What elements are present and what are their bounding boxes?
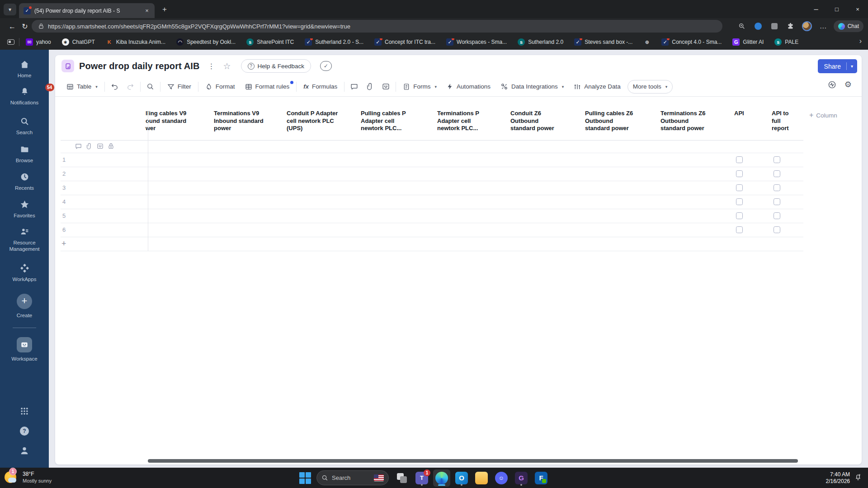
address-bar[interactable]: https://app.smartsheet.com/sheets/qFR2pG… <box>32 20 722 33</box>
automations-button[interactable]: Automations <box>442 80 495 94</box>
column-header[interactable]: Pulling cables PAdapter cellnewtork PLC.… <box>356 110 433 132</box>
help-icon[interactable]: ? <box>0 427 49 436</box>
chat-button[interactable]: Chat <box>834 20 863 32</box>
family-app-button[interactable]: F <box>533 469 550 487</box>
bookmark-item[interactable]: sSutherland 2.0 <box>518 38 563 46</box>
row-number[interactable]: 1 <box>62 153 76 167</box>
row-number[interactable]: 3 <box>62 181 76 195</box>
bookmark-item[interactable]: KKiba Inuzuka Anim... <box>106 38 165 46</box>
extensions-puzzle-icon[interactable] <box>785 20 797 32</box>
extension-blue-icon[interactable] <box>752 20 764 32</box>
api-full-report-checkbox[interactable] <box>774 212 780 219</box>
share-button[interactable]: Share ▾ <box>818 59 857 73</box>
sidebar-item-resource-management[interactable]: Resource Management <box>0 227 49 252</box>
add-row-button[interactable]: + <box>61 237 66 251</box>
browser-menu-icon[interactable]: … <box>817 20 829 32</box>
attachment-column-icon[interactable] <box>86 143 93 150</box>
zoom-icon[interactable] <box>736 20 748 32</box>
formulas-button[interactable]: fx Formulas <box>298 80 342 94</box>
api-full-report-checkbox[interactable] <box>774 226 780 233</box>
format-button[interactable]: Format <box>200 80 240 94</box>
column-header[interactable]: Conduit P Adaptercell newtork PLC(UPS) <box>282 110 356 132</box>
window-minimize-button[interactable]: ─ <box>806 0 826 18</box>
sidebar-item-create[interactable]: +Create <box>0 294 49 319</box>
bookmark-item[interactable]: ∗ChatGPT <box>62 38 95 46</box>
refresh-button[interactable]: ↻ <box>20 22 30 32</box>
sidebar-item-notifications[interactable]: 54Notifications <box>0 87 49 106</box>
edge-button[interactable] <box>433 469 450 487</box>
proofs-button[interactable] <box>378 80 394 94</box>
discord-button[interactable]: ☺ <box>493 469 510 487</box>
search-button[interactable] <box>142 80 158 94</box>
file-explorer-button[interactable] <box>473 469 490 487</box>
bookmark-item[interactable]: ✓Concept 4.0 - Sma... <box>661 38 722 46</box>
bookmark-item[interactable]: ✓Workspaces - Sma... <box>446 38 507 46</box>
comment-column-icon[interactable] <box>75 143 82 150</box>
horizontal-scrollbar[interactable] <box>148 459 798 463</box>
sidebar-item-browse[interactable]: Browse <box>0 145 49 164</box>
app-launcher-icon[interactable] <box>0 407 49 416</box>
bookmark-item[interactable]: sSharePoint ITC <box>246 38 294 46</box>
row-number[interactable]: 4 <box>62 195 76 209</box>
api-checkbox[interactable] <box>736 198 743 205</box>
tab-search-button[interactable]: ▾ <box>4 4 16 15</box>
row-number[interactable]: 5 <box>62 209 76 223</box>
more-tools-button[interactable]: More tools▾ <box>627 80 673 94</box>
bookmark-item[interactable]: ✓Concept for ITC tra... <box>374 38 435 46</box>
sidebar-item-home[interactable]: Home <box>0 60 49 79</box>
sheet-options-kebab-icon[interactable]: ⋮ <box>208 62 215 70</box>
activity-log-icon[interactable] <box>828 80 836 89</box>
bookmark-item[interactable]: ⊕ <box>643 38 651 46</box>
sidebar-item-workspace[interactable]: Workspace <box>0 337 49 362</box>
redo-button[interactable] <box>123 80 138 94</box>
column-header[interactable]: lling cables V9ound standardwer <box>143 110 209 132</box>
new-tab-button[interactable]: + <box>159 5 170 14</box>
favorite-star-icon[interactable]: ☆ <box>223 61 231 71</box>
bookmark-item[interactable]: ✓Sutherland 2.0 - S... <box>305 38 363 46</box>
glitter-app-button[interactable]: G <box>513 469 530 487</box>
view-selector-button[interactable]: Table▾ <box>61 80 103 94</box>
api-full-report-checkbox[interactable] <box>774 156 780 163</box>
api-full-report-checkbox[interactable] <box>774 170 780 177</box>
notification-bell-icon[interactable] <box>854 474 862 482</box>
browser-tab[interactable]: ✓ (54) Power drop daily report AIB - S × <box>19 3 155 18</box>
account-icon[interactable] <box>0 446 49 455</box>
column-header[interactable]: Terminations PAdapter cellnewtork PLC... <box>433 110 506 132</box>
teams-button[interactable]: T 1 <box>413 469 430 487</box>
sidebar-item-favorites[interactable]: Favorites <box>0 200 49 219</box>
row-number[interactable]: 6 <box>62 223 76 237</box>
sidebar-item-recents[interactable]: Recents <box>0 172 49 191</box>
column-header[interactable]: Conduit Z6Outboundstandard power <box>506 110 580 132</box>
lock-column-icon[interactable] <box>108 143 114 150</box>
sidebar-item-workapps[interactable]: WorkApps <box>0 263 49 282</box>
taskbar-clock[interactable]: 7:40 AM 2/16/2026 <box>826 471 850 485</box>
data-integrations-button[interactable]: Data Integrations▾ <box>495 80 569 94</box>
row-number[interactable]: 2 <box>62 167 76 181</box>
api-full-report-checkbox[interactable] <box>774 198 780 205</box>
bookmarks-panel-icon[interactable] <box>7 39 14 45</box>
api-checkbox[interactable] <box>736 212 743 219</box>
bookmark-item[interactable]: ✓Steves sand box -... <box>574 38 632 46</box>
column-header[interactable]: Terminations V9Inbound standardpower <box>209 110 282 132</box>
back-button[interactable]: ← <box>7 22 17 32</box>
api-checkbox[interactable] <box>736 184 743 191</box>
filter-button[interactable]: Filter <box>162 80 196 94</box>
column-header[interactable]: Pulling cables Z6Outboundstandard power <box>580 110 656 132</box>
undo-button[interactable] <box>107 80 123 94</box>
task-view-button[interactable] <box>393 469 410 487</box>
format-rules-button[interactable]: Format rules <box>240 80 295 94</box>
api-checkbox[interactable] <box>736 156 743 163</box>
extension-gray-icon[interactable] <box>769 20 780 32</box>
settings-gear-icon[interactable]: ⚙ <box>844 80 852 89</box>
weather-widget[interactable]: 1 38°F Mostly sunny <box>4 469 52 485</box>
api-full-report-checkbox[interactable] <box>774 184 780 191</box>
attachments-button[interactable] <box>362 80 378 94</box>
analyze-data-button[interactable]: Analyze Data <box>569 80 625 94</box>
share-caret-icon[interactable]: ▾ <box>847 64 857 69</box>
sidebar-item-search[interactable]: Search <box>0 117 49 136</box>
bookmark-item[interactable]: sPALE <box>774 38 798 46</box>
forms-button[interactable]: Forms▾ <box>398 80 442 94</box>
bookmark-item[interactable]: ✉yahoo <box>26 38 51 46</box>
profile-avatar[interactable] <box>801 20 813 32</box>
window-maximize-button[interactable]: □ <box>826 0 847 18</box>
